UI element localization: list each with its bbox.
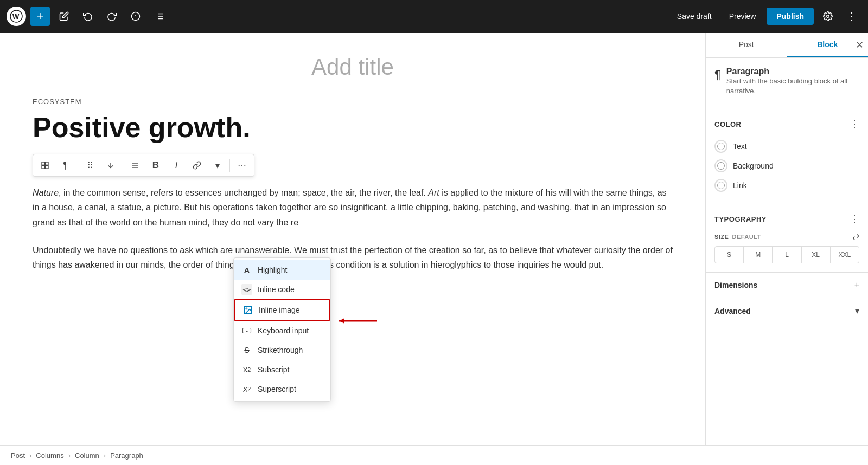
dropdown-inline-image-item[interactable]: Inline image	[234, 299, 330, 321]
subscript-label: Subscript	[258, 365, 289, 374]
paragraph-button[interactable]: ¶	[56, 156, 75, 175]
dropdown-superscript-item[interactable]: X2 Superscript	[234, 379, 330, 399]
size-xxl-button[interactable]: XXL	[831, 247, 859, 263]
editor-title-placeholder[interactable]: Add title	[33, 54, 673, 80]
bold-button[interactable]: B	[146, 156, 165, 175]
link-color-circle[interactable]	[714, 179, 727, 192]
size-s-button[interactable]: S	[715, 247, 744, 263]
para-italic-nature: Nature	[33, 188, 59, 197]
breadcrumb-columns[interactable]: Columns	[36, 451, 63, 460]
paragraph-block-icon: ¶	[714, 68, 721, 82]
toolbar-divider-3	[229, 159, 230, 172]
category-label: ECOSYSTEM	[33, 98, 673, 106]
color-link-row[interactable]: Link	[714, 176, 859, 195]
typography-more-button[interactable]: ⋮	[850, 213, 859, 225]
dropdown-inline-code-item[interactable]: <> Inline code	[234, 280, 330, 299]
svg-point-21	[246, 308, 247, 309]
color-more-button[interactable]: ⋮	[850, 118, 859, 130]
svg-marker-31	[339, 318, 344, 324]
size-l-button[interactable]: L	[773, 247, 801, 263]
italic-button[interactable]: I	[167, 156, 186, 175]
advanced-collapsible[interactable]: Advanced ▾	[706, 298, 868, 324]
info-button[interactable]	[126, 7, 145, 26]
keyboard-icon	[241, 325, 252, 336]
breadcrumb-paragraph[interactable]: Paragraph	[110, 451, 143, 460]
breadcrumb-sep-3: ›	[104, 451, 106, 460]
redo-button[interactable]	[102, 7, 122, 26]
dimensions-collapsible[interactable]: Dimensions +	[706, 273, 868, 298]
sidebar-close-button[interactable]: ✕	[856, 39, 864, 51]
text-color-inner	[717, 143, 725, 150]
block-info-section: ¶ Paragraph Start with the basic buildin…	[706, 58, 868, 109]
block-options-button[interactable]: ⋯	[232, 156, 252, 175]
breadcrumb-sep-2: ›	[68, 451, 71, 460]
svg-rect-13	[46, 162, 48, 165]
move-up-down-button[interactable]	[101, 156, 120, 175]
block-toolbar: ¶ ⠿ B I ▾ ⋯	[33, 154, 254, 177]
typography-section-title: Typography ⋮	[714, 213, 859, 225]
publish-button[interactable]: Publish	[767, 8, 814, 25]
color-text-row[interactable]: Text	[714, 137, 859, 156]
text-color-circle[interactable]	[714, 140, 727, 153]
link-color-label: Link	[733, 181, 747, 190]
tab-post[interactable]: Post	[706, 33, 787, 57]
color-section-title: Color ⋮	[714, 118, 859, 130]
list-view-button[interactable]	[150, 7, 169, 26]
drag-handle[interactable]: ⠿	[80, 156, 100, 175]
svg-rect-22	[243, 328, 251, 333]
inline-image-label: Inline image	[259, 306, 300, 314]
size-xl-button[interactable]: XL	[802, 247, 831, 263]
breadcrumb-column[interactable]: Column	[75, 451, 99, 460]
settings-button[interactable]	[818, 7, 838, 26]
align-button[interactable]	[125, 156, 145, 175]
format-dropdown-menu: A Highlight <> Inline code Inline image	[233, 257, 331, 402]
save-draft-button[interactable]: Save draft	[671, 9, 718, 24]
size-label: SIZE DEFAULT ⇄	[714, 231, 859, 242]
inline-code-label: Inline code	[258, 285, 295, 294]
undo-button[interactable]	[78, 7, 98, 26]
dropdown-highlight-item[interactable]: A Highlight	[234, 260, 330, 280]
toolbar-divider-1	[78, 159, 78, 172]
edit-mode-button[interactable]	[54, 7, 74, 26]
svg-rect-15	[46, 166, 48, 169]
editor-area[interactable]: Add title ECOSYSTEM Positive growth. ¶ ⠿…	[0, 33, 705, 445]
advanced-title: Advanced	[714, 307, 751, 315]
background-color-inner	[717, 162, 725, 170]
wp-logo[interactable]: W	[7, 7, 26, 26]
dropdown-keyboard-item[interactable]: Keyboard input	[234, 321, 330, 340]
superscript-icon: X2	[241, 384, 252, 395]
background-color-label: Background	[733, 162, 774, 170]
sidebar-tabs: Post Block ✕	[706, 33, 868, 58]
highlight-label: Highlight	[258, 266, 287, 274]
heading-block[interactable]: Positive growth.	[33, 112, 673, 143]
size-adjust-button[interactable]: ⇄	[852, 231, 859, 242]
svg-rect-14	[42, 166, 44, 169]
breadcrumb-post[interactable]: Post	[11, 451, 25, 460]
paragraph-2[interactable]: Undoubtedly we have no questions to ask …	[33, 243, 673, 272]
more-options-button[interactable]: ⋮	[842, 7, 861, 26]
breadcrumb-sep-1: ›	[29, 451, 31, 460]
size-m-button[interactable]: M	[744, 247, 773, 263]
inline-code-icon: <>	[241, 284, 252, 295]
main-content: Add title ECOSYSTEM Positive growth. ¶ ⠿…	[0, 33, 868, 445]
subscript-icon: X2	[241, 364, 252, 375]
block-description: Start with the basic building block of a…	[726, 76, 859, 96]
transform-button[interactable]	[35, 156, 55, 175]
paragraph-1[interactable]: Nature, in the common sense, refers to e…	[33, 185, 673, 230]
strikethrough-icon: S	[241, 345, 252, 356]
color-section: Color ⋮ Text Background Link	[706, 109, 868, 204]
highlight-icon: A	[241, 264, 252, 275]
background-color-circle[interactable]	[714, 159, 727, 172]
color-background-row[interactable]: Background	[714, 156, 859, 176]
size-default-value: DEFAULT	[732, 234, 761, 240]
superscript-label: Superscript	[258, 385, 296, 393]
right-sidebar: Post Block ✕ ¶ Paragraph Start with the …	[705, 33, 868, 445]
dimensions-expand-icon: +	[854, 280, 859, 290]
breadcrumb-bar: Post › Columns › Column › Paragraph	[0, 445, 868, 465]
preview-button[interactable]: Preview	[723, 9, 763, 24]
more-formats-button[interactable]: ▾	[208, 156, 227, 175]
dropdown-strikethrough-item[interactable]: S Strikethrough	[234, 340, 330, 360]
add-block-button[interactable]: +	[30, 7, 50, 26]
link-button[interactable]	[187, 156, 207, 175]
dropdown-subscript-item[interactable]: X2 Subscript	[234, 360, 330, 379]
